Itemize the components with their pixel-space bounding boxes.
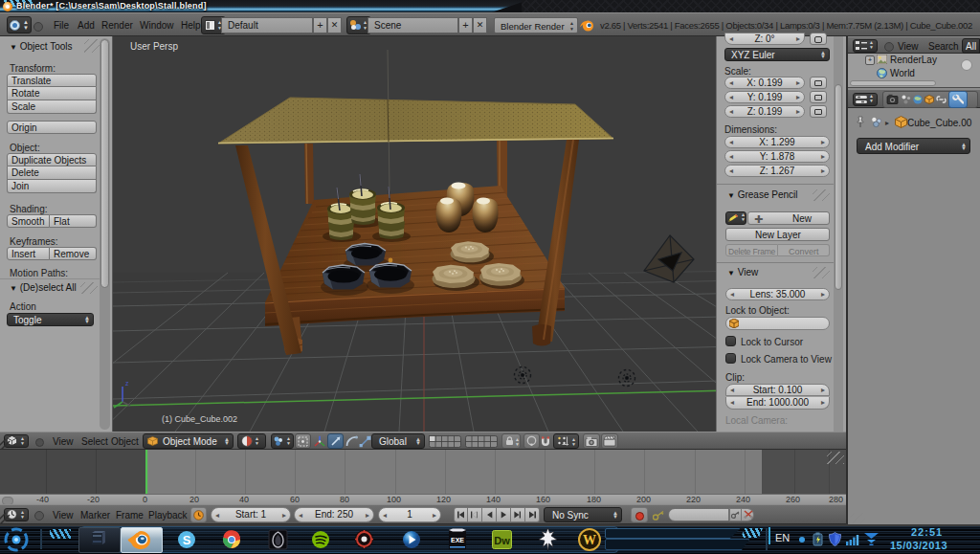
svg-text:(1) Cube_Cube.002: (1) Cube_Cube.002 (162, 414, 237, 424)
svg-text:S: S (183, 533, 191, 547)
svg-text:User Persp: User Persp (130, 41, 178, 52)
svg-text:EXE: EXE (451, 537, 464, 543)
svg-text:W: W (583, 533, 596, 547)
svg-text:z: z (125, 380, 129, 387)
svg-text:Dw: Dw (494, 535, 510, 546)
